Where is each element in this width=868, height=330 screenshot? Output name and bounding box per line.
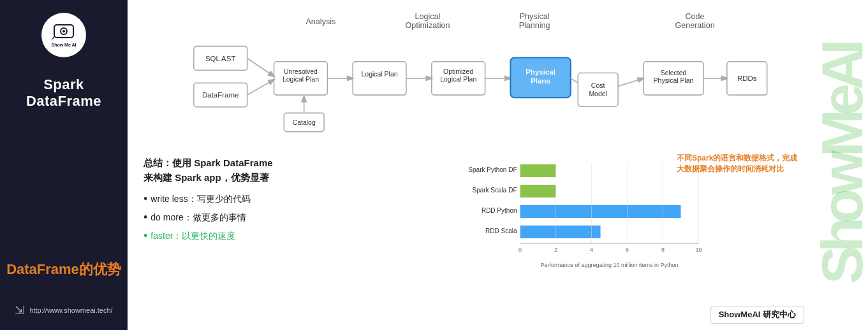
label-cost2: Model <box>589 90 607 97</box>
left-text-section: 总结：使用 Spark DataFrame 来构建 Spark app，优势显著… <box>140 153 357 324</box>
label-cost1: Cost <box>591 82 605 89</box>
x-label-6: 6 <box>626 247 629 253</box>
label-optimized2: Logical Plan <box>440 76 476 83</box>
bar-2 <box>520 205 681 218</box>
x-label-2: 2 <box>554 247 557 253</box>
slide-title: Spark DataFrame <box>6 76 121 110</box>
box-logical-plan <box>353 62 406 95</box>
stage-logical-opt: Logical <box>415 12 441 21</box>
label-rdds: RDDs <box>737 75 757 82</box>
chart-note: Performance of aggregating 10 million it… <box>364 262 855 268</box>
label-sql-ast: SQL AST <box>205 55 236 62</box>
section-title: DataFrame的优势 <box>6 260 121 279</box>
label-logical1: Logical Plan <box>362 71 398 78</box>
label-unresolved2: Logical Plan <box>283 76 319 83</box>
bar-3 <box>520 226 601 238</box>
stage-code-gen: Code <box>686 12 705 21</box>
label-dataframe: DataFrame <box>202 91 239 99</box>
svg-point-2 <box>63 30 65 32</box>
bullet-write-less: write less：写更少的代码 <box>143 192 354 206</box>
stage-physical-plan2: Planning <box>519 21 550 30</box>
arrow7 <box>618 78 644 87</box>
stage-analysis: Analysis <box>305 17 335 26</box>
arrow1 <box>247 58 274 76</box>
bullet-do-more: do more：做更多的事情 <box>143 211 354 224</box>
bullet-faster: faster：以更快的速度 <box>143 229 354 243</box>
label-optimized1: Optimized <box>443 68 473 75</box>
footer-url[interactable]: http://www.showmeai.tech/ <box>29 306 112 314</box>
box-cost-model <box>578 73 618 106</box>
stage-logical-opt2: Optimization <box>406 21 450 30</box>
pipeline-diagram: Analysis Logical Optimization Physical P… <box>140 10 855 150</box>
svg-marker-3 <box>51 36 54 41</box>
chart-annotation: 不同Spark的语言和数据格式，完成大数据聚合操作的时间消耗对比 <box>677 153 798 175</box>
sidebar: Show Me AI Spark DataFrame DataFrame的优势 … <box>0 0 128 330</box>
stage-physical-plan: Physical <box>520 12 550 21</box>
label-selected2: Physical Plan <box>654 77 694 84</box>
x-label-8: 8 <box>661 247 665 253</box>
arrow2 <box>247 80 274 95</box>
label-physical1: Physical <box>526 68 555 76</box>
bar-label-3: RDD Scala <box>485 227 517 234</box>
x-label-4: 4 <box>590 247 593 253</box>
stage-code-gen2: Generation <box>675 21 714 30</box>
logo: Show Me AI <box>41 13 86 57</box>
x-label-10: 10 <box>695 247 702 253</box>
main-content: Analysis Logical Optimization Physical P… <box>128 0 868 330</box>
x-label-0: 0 <box>519 247 522 253</box>
bullet-list: write less：写更少的代码 do more：做更多的事情 faster：… <box>143 192 354 243</box>
label-catalog: Catalog <box>293 119 316 126</box>
summary-text: 总结：使用 Spark DataFrame 来构建 Spark app，优势显著 <box>143 156 354 185</box>
bottom-badge: ShowMeAI 研究中心 <box>710 306 804 324</box>
label-unresolved1: Unresolved <box>284 68 318 75</box>
arrow-icon: ⇲ <box>15 303 24 317</box>
label-physical2: Plans <box>531 77 550 85</box>
label-selected1: Selected <box>661 69 687 76</box>
bar-label-1: Spark Scala DF <box>472 187 517 194</box>
footer: ⇲ http://www.showmeai.tech/ <box>15 303 112 317</box>
logo-inner: Show Me AI <box>51 22 77 48</box>
chart-area: 不同Spark的语言和数据格式，完成大数据聚合操作的时间消耗对比 Spark P… <box>364 153 855 324</box>
diagram-area: Analysis Logical Optimization Physical P… <box>140 6 855 153</box>
bar-1 <box>520 185 556 197</box>
bar-label-0: Spark Python DF <box>468 166 517 173</box>
arrow6 <box>571 78 578 83</box>
bottom-section: 总结：使用 Spark DataFrame 来构建 Spark app，优势显著… <box>140 153 855 324</box>
bar-label-2: RDD Python <box>482 207 517 214</box>
bar-0 <box>520 164 556 177</box>
